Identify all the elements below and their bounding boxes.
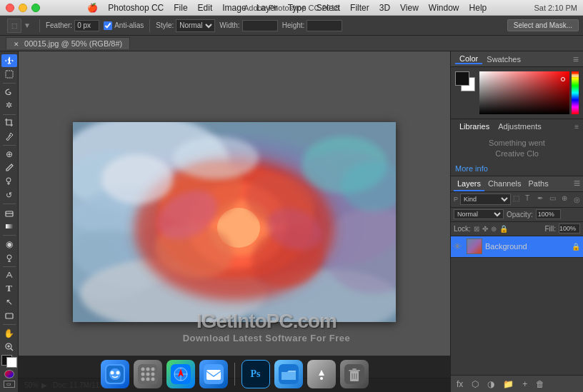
new-layer-button[interactable]: + [519, 378, 530, 391]
select-and-mask-button[interactable]: Select and Mask... [507, 19, 579, 31]
dock-airdrop[interactable] [307, 360, 336, 388]
filter-icon4[interactable]: ▭ [549, 194, 559, 204]
dock-launchpad[interactable] [134, 360, 162, 388]
healing-tool[interactable]: ⊕ [1, 148, 17, 161]
tool-dropdown-arrow[interactable]: ▼ [24, 21, 31, 29]
pen-tool[interactable] [1, 268, 17, 281]
marquee-tool[interactable] [1, 68, 17, 81]
lock-position-icon[interactable]: ✤ [482, 225, 488, 233]
fill-input[interactable] [559, 223, 580, 233]
options-divider1 [39, 19, 40, 32]
width-input[interactable] [242, 20, 278, 31]
dock-trash[interactable] [340, 360, 369, 388]
menu-filter[interactable]: Filter [345, 0, 374, 16]
crop-tool[interactable] [1, 117, 17, 130]
shape-tool[interactable] [1, 309, 17, 322]
layer-visibility-toggle[interactable]: 👁 [454, 242, 464, 251]
color-panel-menu[interactable]: ≡ [573, 54, 579, 65]
lasso-tool[interactable] [1, 86, 17, 99]
title-bar-right: Sat 2:10 PM [534, 4, 583, 12]
opacity-input[interactable] [536, 209, 561, 219]
anti-alias-checkbox[interactable] [104, 21, 112, 30]
layers-tab[interactable]: Layers [454, 176, 484, 192]
height-input[interactable] [307, 20, 342, 31]
text-tool[interactable]: T [1, 282, 17, 295]
app-title: Adobe Photoshop CC 2018 [244, 4, 339, 12]
blend-mode-select[interactable]: Normal [454, 209, 504, 219]
hue-slider[interactable] [572, 71, 579, 114]
add-mask-button[interactable]: ⬡ [469, 378, 482, 391]
close-button[interactable] [6, 4, 14, 12]
path-selection-tool[interactable]: ↖ [1, 296, 17, 308]
delete-layer-button[interactable]: 🗑 [533, 378, 547, 391]
gradient-tool[interactable] [1, 220, 17, 233]
layer-row[interactable]: 👁 Background 🔒 [451, 236, 583, 258]
background-color[interactable] [6, 357, 17, 368]
eyedropper-tool[interactable] [1, 130, 17, 143]
lock-artboard-icon[interactable]: ⊕ [491, 225, 497, 233]
dock: Ps [19, 355, 450, 392]
dodge-tool[interactable] [1, 251, 17, 264]
menu-view[interactable]: View [395, 0, 424, 16]
channels-tab[interactable]: Channels [484, 176, 524, 192]
fg-bg-wrapper[interactable] [455, 71, 475, 91]
kind-filter-select[interactable]: Kind [460, 194, 511, 205]
filter-icon5[interactable]: ⊕ [562, 194, 572, 204]
swatches-tab[interactable]: Swatches [482, 55, 525, 64]
paths-tab[interactable]: Paths [525, 176, 552, 192]
style-select[interactable]: Normal [176, 19, 215, 32]
svg-rect-4 [6, 224, 13, 228]
layers-panel-menu[interactable]: ≡ [574, 177, 580, 190]
dock-finder[interactable] [101, 360, 129, 388]
menu-photoshop[interactable]: Photoshop CC [103, 0, 169, 16]
lock-all-icon[interactable]: 🔒 [499, 225, 508, 233]
menu-file[interactable]: File [169, 0, 192, 16]
libraries-tab[interactable]: Libraries [455, 122, 494, 131]
color-picker-field[interactable] [479, 71, 569, 114]
menu-edit[interactable]: Edit [193, 0, 218, 16]
fullscreen-button[interactable] [31, 4, 40, 12]
libraries-panel-menu[interactable]: ≡ [574, 123, 579, 131]
lock-pixels-icon[interactable]: ⊠ [474, 225, 479, 233]
color-tab[interactable]: Color [455, 54, 482, 64]
dock-safari[interactable] [166, 360, 195, 388]
clone-tool[interactable] [1, 175, 17, 188]
filter-icon1[interactable]: ⬚ [513, 194, 523, 204]
quick-mask-mode[interactable] [4, 370, 14, 378]
menu-help[interactable]: Help [464, 0, 492, 16]
new-adjustment-button[interactable]: ◑ [484, 378, 497, 391]
new-group-button[interactable]: 📁 [500, 378, 517, 391]
move-tool[interactable] [1, 54, 17, 67]
document-tab[interactable]: ✕ 00015.jpg @ 50% (RGB/8#) [6, 37, 130, 49]
screen-mode[interactable]: ▭ [4, 381, 15, 388]
eraser-tool[interactable] [1, 206, 17, 219]
filter-icon2[interactable]: T [525, 194, 535, 204]
blur-tool[interactable]: ◉ [1, 238, 17, 251]
magic-wand-tool[interactable]: ✲ [1, 99, 17, 112]
dock-photoshop[interactable]: Ps [241, 360, 270, 388]
menu-apple[interactable]: 🍎 [82, 0, 103, 16]
libraries-more-info-link[interactable]: More info [455, 164, 488, 173]
dock-mail[interactable] [199, 360, 228, 388]
fx-button[interactable]: fx [454, 378, 466, 391]
fill-label: Fill: [544, 225, 556, 233]
adjustments-tab[interactable]: Adjustments [494, 122, 546, 131]
filter-toggle[interactable]: ◎ [574, 196, 580, 203]
svg-point-63 [320, 377, 323, 380]
canvas-area: 50% ▶ Doc: 11.7M/11.7M IGetIntoPC.com Do… [19, 51, 450, 392]
menu-window[interactable]: Window [424, 0, 464, 16]
close-tab-icon[interactable]: ✕ [14, 41, 19, 48]
feather-input[interactable] [74, 20, 99, 31]
filter-icon3[interactable]: ✒ [537, 194, 547, 204]
dock-folder[interactable] [274, 360, 303, 388]
libraries-message: Something went Creative Clo [455, 134, 579, 164]
minimize-button[interactable] [19, 4, 27, 12]
menu-3d[interactable]: 3D [374, 0, 395, 16]
history-brush-tool[interactable]: ↺ [1, 189, 17, 201]
fg-bg-colors[interactable] [1, 355, 17, 368]
svg-point-40 [109, 368, 121, 380]
brush-tool[interactable] [1, 161, 17, 174]
zoom-tool[interactable] [1, 341, 17, 353]
hand-tool[interactable]: ✋ [1, 327, 17, 340]
fg-swatch[interactable] [455, 71, 469, 86]
